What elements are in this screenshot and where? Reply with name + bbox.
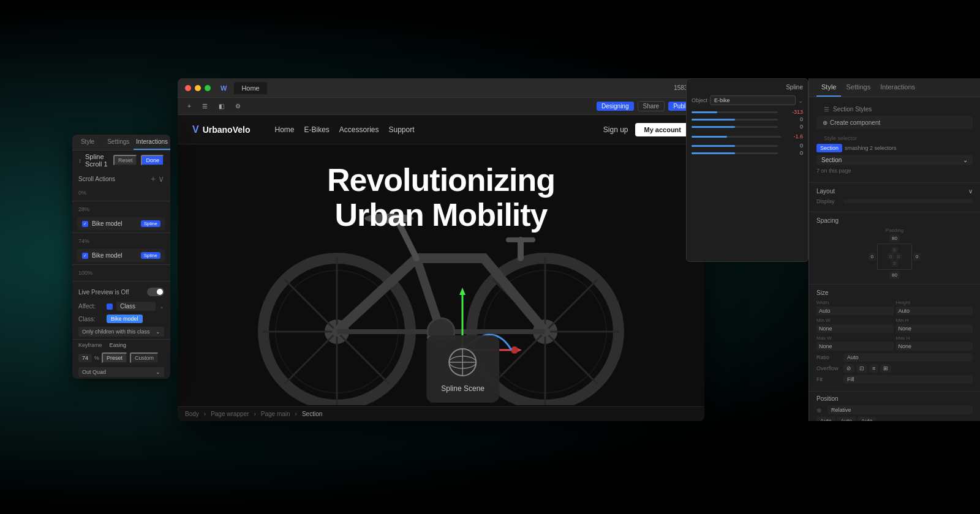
percent-0: 0% [72, 187, 170, 198]
display-value[interactable] [843, 199, 973, 203]
breadcrumb-page-wrapper[interactable]: Page wrapper [211, 411, 249, 417]
nav-account-btn[interactable]: My account [635, 123, 690, 136]
scroll-item-name-2: Bike model [92, 252, 137, 259]
x-slider[interactable] [692, 111, 778, 113]
height-value[interactable]: Auto [896, 307, 973, 315]
affect-checkbox[interactable] [107, 304, 113, 310]
pos-auto-2[interactable]: Auto [837, 417, 856, 421]
pos-auto-3[interactable]: Auto [858, 417, 876, 421]
overflow-btn-1[interactable]: ⊘ [843, 364, 854, 373]
mode-label[interactable]: Designing [597, 102, 633, 111]
nav-support[interactable]: Support [389, 125, 415, 134]
display-row: Display [816, 198, 973, 204]
spline-scene-badge[interactable]: Spline Scene [426, 335, 499, 403]
browser-tab[interactable]: Home [234, 82, 266, 94]
spline-panel-title: Spline [692, 84, 803, 91]
share-button[interactable]: Share [638, 101, 665, 111]
right-tab-settings[interactable]: Settings [841, 78, 875, 97]
children-dropdown[interactable]: Only children with this class ⌄ [78, 327, 164, 337]
min-w-value[interactable]: None [816, 324, 894, 333]
live-preview-toggle[interactable] [147, 288, 164, 296]
preset-button[interactable]: Preset [102, 352, 127, 363]
keyframe-number[interactable]: 74 [78, 354, 92, 362]
pages-btn[interactable]: ☰ [198, 102, 211, 111]
scale1-slider[interactable] [692, 136, 781, 138]
dot-yellow[interactable] [195, 85, 201, 91]
width-item: Width Auto [816, 300, 894, 315]
min-w-label: Min W [816, 318, 894, 323]
z-slider[interactable] [692, 126, 778, 128]
assets-btn[interactable]: ⚙ [232, 102, 244, 111]
scale3-value[interactable]: 0 [782, 150, 803, 156]
easing-dropdown[interactable]: Out Quad ⌄ [78, 367, 164, 377]
pos-auto-1[interactable]: Auto [816, 417, 835, 421]
min-h-value[interactable]: None [896, 324, 973, 333]
x-value[interactable]: -313 [782, 109, 803, 115]
ratio-label: Ratio [816, 354, 841, 360]
dot-green[interactable] [205, 85, 211, 91]
tab-style[interactable]: Style [72, 135, 103, 150]
padding-left[interactable]: 0 [888, 253, 894, 260]
max-w-value[interactable]: None [816, 342, 894, 351]
overflow-btn-4[interactable]: ⊞ [880, 364, 891, 373]
min-h-item: Min H None [896, 318, 973, 333]
svg-marker-33 [459, 288, 466, 295]
padding-right[interactable]: 0 [895, 253, 902, 260]
height-label: Height [896, 300, 973, 305]
y-slider-fill [692, 119, 735, 121]
margin-bottom[interactable]: 80 [889, 271, 900, 279]
padding-bottom[interactable]: 0 [891, 260, 897, 267]
style-selector-row: Section smashing 2 selectors [816, 144, 973, 152]
scale3-slider[interactable] [692, 152, 778, 154]
reset-button[interactable]: Reset [113, 155, 138, 166]
nav-home[interactable]: Home [274, 125, 294, 134]
overflow-btn-3[interactable]: ≡ [869, 364, 878, 373]
max-h-value[interactable]: None [896, 342, 973, 351]
y-value[interactable]: 0 [782, 116, 803, 122]
breadcrumb-body[interactable]: Body [185, 411, 199, 417]
nav-signin[interactable]: Sign up [603, 125, 628, 134]
margin-top[interactable]: 80 [889, 234, 900, 242]
margin-left[interactable]: 0 [869, 253, 876, 261]
add-btn[interactable]: + [184, 102, 195, 111]
done-button[interactable]: Done [141, 155, 164, 166]
scale2-slider[interactable] [692, 145, 778, 147]
dot-red[interactable] [185, 85, 191, 91]
nav-ebikes[interactable]: E-Bikes [304, 125, 329, 134]
tab-settings[interactable]: Settings [103, 135, 134, 150]
scroll-item-1[interactable]: ✓ Bike model Spline [77, 217, 165, 230]
ratio-value[interactable]: Auto [843, 353, 973, 362]
right-tab-interactions[interactable]: Interactions [875, 78, 920, 97]
right-tab-style[interactable]: Style [816, 78, 841, 97]
custom-button[interactable]: Custom [130, 352, 159, 363]
nav-accessories[interactable]: Accessories [339, 125, 379, 134]
z-value[interactable]: 0 [782, 124, 803, 130]
nav-logo: V UrbanoVelo [192, 124, 250, 135]
nav-links: Home E-Bikes Accessories Support [274, 125, 414, 134]
width-label: Width [816, 300, 894, 305]
breadcrumb-section[interactable]: Section [302, 411, 322, 417]
scale1-value[interactable]: -1.6 [785, 133, 803, 140]
position-value[interactable]: Relative [827, 406, 973, 414]
breadcrumb-page-main[interactable]: Page main [261, 411, 290, 417]
scale2-value[interactable]: 0 [782, 143, 803, 149]
create-component-button[interactable]: ⊕ Create component [816, 116, 973, 129]
svg-line-19 [545, 280, 597, 332]
max-w-item: Max W None [816, 335, 894, 351]
min-w-item: Min W None [816, 318, 894, 333]
padding-top[interactable]: 0 [891, 247, 897, 253]
width-value[interactable]: Auto [816, 307, 894, 315]
scroll-item-check-1: ✓ [82, 221, 88, 227]
overflow-btn-2[interactable]: ⊡ [856, 364, 867, 373]
tab-interactions[interactable]: Interactions [134, 135, 170, 150]
svg-line-21 [545, 332, 597, 384]
fit-value[interactable]: Fill [843, 375, 973, 384]
margin-right[interactable]: 0 [913, 253, 921, 261]
layers-btn[interactable]: ◧ [215, 102, 228, 111]
scroll-item-2[interactable]: ✓ Bike model Spline [77, 249, 165, 262]
selector-input[interactable]: Section ⌄ [816, 155, 973, 165]
y-slider[interactable] [692, 119, 778, 121]
hero-section: Revolutionizing Urban Mobility [178, 144, 704, 421]
object-input[interactable]: E-bike [710, 95, 796, 105]
object-selector-row: Object E-bike ⌄ [692, 95, 803, 105]
